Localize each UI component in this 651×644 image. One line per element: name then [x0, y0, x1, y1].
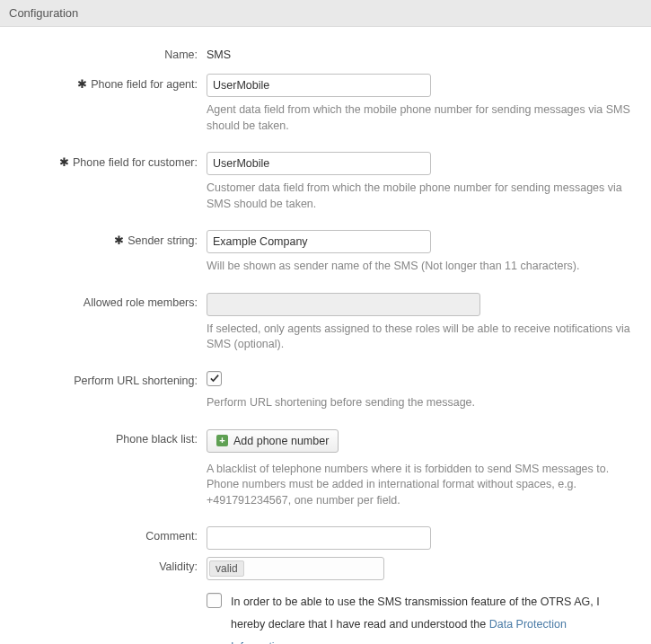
- hint-roles: If selected, only agents assigned to the…: [207, 322, 638, 353]
- label-phone-agent: Phone field for agent:: [91, 78, 198, 91]
- row-phone-agent: ✱Phone field for agent: Agent data field…: [9, 74, 642, 146]
- panel-header: Configuration: [0, 0, 651, 27]
- label-validity: Validity:: [9, 557, 207, 573]
- input-phone-customer[interactable]: [207, 152, 431, 175]
- row-url-shorten: Perform URL shortening: Perform URL shor…: [9, 371, 642, 424]
- row-phone-customer: ✱Phone field for customer: Customer data…: [9, 152, 642, 225]
- input-sender[interactable]: [207, 230, 431, 253]
- label-phone-customer: Phone field for customer:: [73, 156, 198, 169]
- check-icon: [209, 373, 220, 384]
- consent-after: .: [287, 640, 290, 644]
- label-name: Name:: [9, 45, 207, 61]
- hint-blacklist: A blacklist of telephone numbers where i…: [207, 462, 638, 509]
- input-roles[interactable]: [207, 293, 480, 316]
- label-sender: Sender string:: [128, 234, 198, 247]
- hint-phone-customer: Customer data field from which the mobil…: [207, 181, 638, 212]
- plus-icon: +: [216, 435, 228, 446]
- label-blacklist: Phone black list:: [9, 429, 207, 446]
- select-validity[interactable]: valid: [207, 557, 384, 580]
- label-roles: Allowed role members:: [9, 293, 207, 309]
- validity-selected: valid: [209, 560, 244, 577]
- configuration-form: Name: SMS ✱Phone field for agent: Agent …: [0, 27, 651, 644]
- required-marker: ✱: [114, 234, 124, 247]
- input-phone-agent[interactable]: [207, 74, 431, 97]
- input-comment[interactable]: [207, 526, 431, 550]
- row-comment: Comment:: [9, 526, 642, 550]
- checkbox-consent[interactable]: [207, 593, 222, 608]
- label-url-shorten: Perform URL shortening:: [9, 371, 207, 387]
- consent-text: In order to be able to use the SMS trans…: [231, 591, 608, 644]
- row-name: Name: SMS: [9, 45, 642, 61]
- value-name: SMS: [207, 45, 638, 61]
- hint-url-shorten: Perform URL shortening before sending th…: [207, 395, 638, 411]
- label-comment: Comment:: [9, 526, 207, 543]
- checkbox-url-shorten[interactable]: [207, 371, 222, 386]
- row-roles: Allowed role members: If selected, only …: [9, 293, 642, 366]
- row-validity: Validity: valid In order to be able to u…: [9, 557, 642, 644]
- row-blacklist: Phone black list: + Add phone number A b…: [9, 429, 642, 522]
- add-phone-label: Add phone number: [233, 435, 329, 447]
- row-consent: In order to be able to use the SMS trans…: [207, 591, 638, 644]
- add-phone-button[interactable]: + Add phone number: [207, 429, 339, 453]
- row-sender: ✱Sender string: Will be shown as sender …: [9, 230, 642, 287]
- hint-sender: Will be shown as sender name of the SMS …: [207, 259, 638, 275]
- required-marker: ✱: [77, 78, 87, 91]
- required-marker: ✱: [59, 156, 69, 169]
- hint-phone-agent: Agent data field from which the mobile p…: [207, 102, 638, 134]
- panel-title: Configuration: [9, 6, 78, 20]
